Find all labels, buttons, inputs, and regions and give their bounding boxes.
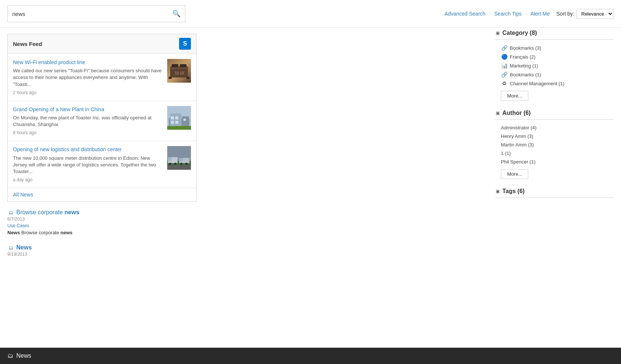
building-svg — [167, 106, 191, 130]
result-item-title[interactable]: 🗂 Browse corporate news — [7, 209, 196, 216]
svg-rect-2 — [180, 64, 186, 67]
filter-item-label: Channel Management (1) — [510, 81, 564, 86]
news-item-title[interactable]: New Wi-Fi enabled product line — [13, 59, 163, 66]
svg-rect-15 — [184, 119, 186, 121]
sort-label: Sort by: — [556, 11, 574, 17]
thumb-toaster-img: 10:10 — [167, 59, 191, 83]
svg-rect-13 — [171, 121, 174, 124]
svg-point-22 — [169, 163, 171, 165]
result-date: 6/7/2013 — [7, 216, 196, 222]
top-right-nav: Advanced Search · Search Tips · Alert Me… — [445, 9, 614, 19]
svg-rect-11 — [171, 116, 174, 119]
news-item-title[interactable]: Grand Opening of a New Plant in China — [13, 106, 163, 113]
filter-item-channel[interactable]: ♻ Channel Management (1) — [495, 79, 614, 88]
result-icon: 🗂 — [7, 244, 14, 251]
svg-rect-25 — [179, 158, 183, 161]
trucks-svg — [167, 146, 191, 170]
author-filter-section: ▣ Author (6) Administrator (4) Henry Amm… — [495, 110, 614, 179]
news-item-desc: The new 10,000 square meter distribution… — [13, 155, 163, 175]
tags-filter-title: Tags (6) — [502, 188, 525, 195]
news-item-text: Opening of new logistics and distributio… — [13, 146, 163, 182]
top-bar: 🔍 Advanced Search · Search Tips · Alert … — [0, 0, 621, 28]
search-button[interactable]: 🔍 — [168, 10, 185, 18]
recycle-icon: ♻ — [501, 80, 508, 86]
category-more-button[interactable]: More... — [501, 91, 528, 101]
filter-item-label: Bookmarks (3) — [510, 45, 541, 51]
result-item: 🗂 News 9/19/2013 — [7, 244, 196, 257]
news-item: Opening of new logistics and distributio… — [8, 141, 196, 188]
author-filter-title: Author (6) — [502, 110, 531, 116]
category-filter-title: Category (8) — [502, 30, 537, 36]
globe-icon: 🔵 — [501, 54, 508, 60]
author-item-phil[interactable]: Phil Spencer (1) — [495, 158, 614, 166]
news-item-desc: On Monday, the new plant of Toaster Inc.… — [13, 115, 163, 128]
tags-filter-header: ▣ Tags (6) — [495, 188, 614, 198]
search-box: 🔍 — [7, 5, 185, 22]
filter-item-label: Français (2) — [510, 54, 535, 60]
svg-rect-12 — [175, 116, 178, 119]
filter-item-francais[interactable]: 🔵 Français (2) — [495, 52, 614, 61]
link-icon: 🔗 — [501, 72, 508, 77]
alert-me-link[interactable]: Alert Me — [531, 11, 550, 17]
search-tips-link[interactable]: Search Tips — [494, 11, 522, 17]
collapse-icon[interactable]: ▣ — [495, 189, 500, 194]
news-item-time: a day ago — [13, 177, 163, 182]
author-item-1[interactable]: 1 (1) — [495, 149, 614, 158]
svg-rect-19 — [167, 165, 191, 170]
result-title-text: Browse corporate news — [16, 209, 79, 216]
svg-point-23 — [174, 163, 176, 165]
main-layout: News Feed S New Wi-Fi enabled product li… — [0, 28, 621, 271]
news-feed-card: News Feed S New Wi-Fi enabled product li… — [7, 34, 196, 202]
sep1: · — [488, 11, 492, 17]
result-snippet: News Browse corporate news — [7, 229, 196, 236]
result-title-text: News — [16, 244, 32, 251]
news-thumb-building — [167, 106, 191, 130]
category-filter-header: ▣ Category (8) — [495, 30, 614, 40]
result-item-title[interactable]: 🗂 News — [7, 244, 196, 251]
author-filter-header: ▣ Author (6) — [495, 110, 614, 120]
svg-rect-3 — [169, 77, 172, 79]
advanced-search-link[interactable]: Advanced Search — [445, 11, 486, 17]
feed-icon: S — [179, 38, 191, 50]
filter-item-bookmarks1[interactable]: 🔗 Bookmarks (1) — [495, 70, 614, 79]
news-item-title[interactable]: Opening of new logistics and distributio… — [13, 146, 163, 153]
result-icon: 🗂 — [7, 209, 14, 216]
news-feed-title: News Feed — [13, 41, 42, 47]
news-item: New Wi-Fi enabled product line We called… — [8, 54, 196, 101]
collapse-icon[interactable]: ▣ — [495, 30, 500, 36]
news-item-time: 8 hours ago — [13, 130, 163, 135]
sort-select[interactable]: Relevance Date Title — [577, 9, 614, 19]
svg-rect-1 — [172, 64, 178, 67]
thumb-trucks-img — [167, 146, 191, 170]
all-news-link[interactable]: All News — [8, 188, 196, 201]
filter-item-marketing[interactable]: 📊 Marketing (1) — [495, 61, 614, 70]
author-item-martin[interactable]: Martin Amm (3) — [495, 140, 614, 149]
svg-rect-21 — [168, 157, 172, 161]
chart-icon: 📊 — [501, 63, 508, 69]
news-item: Grand Opening of a New Plant in China On… — [8, 101, 196, 141]
author-item-henry[interactable]: Henry Amm (3) — [495, 132, 614, 140]
thumb-building-img — [167, 106, 191, 130]
category-filter-section: ▣ Category (8) 🔗 Bookmarks (3) 🔵 Françai… — [495, 30, 614, 101]
sidebar-panel: ▣ Category (8) 🔗 Bookmarks (3) 🔵 Françai… — [495, 30, 614, 207]
news-item-text: Grand Opening of a New Plant in China On… — [13, 106, 163, 136]
news-item-desc: We called our new series "Toasti-Fi" bec… — [13, 67, 163, 88]
news-feed-header: News Feed S — [8, 34, 196, 54]
search-input[interactable] — [8, 8, 168, 20]
filter-item-bookmarks3[interactable]: 🔗 Bookmarks (3) — [495, 43, 614, 52]
news-item-text: New Wi-Fi enabled product line We called… — [13, 59, 163, 95]
svg-rect-5 — [171, 68, 187, 69]
author-more-button[interactable]: More... — [501, 169, 528, 179]
svg-point-27 — [185, 163, 188, 165]
result-date: 9/19/2013 — [7, 252, 196, 257]
svg-rect-4 — [186, 77, 189, 79]
news-thumb-toaster: 10:10 — [167, 59, 191, 83]
news-item-time: 2 hours ago — [13, 90, 163, 95]
svg-rect-16 — [167, 126, 191, 130]
author-item-admin[interactable]: Administrator (4) — [495, 123, 614, 132]
filter-item-label: Marketing (1) — [510, 63, 538, 69]
result-tag-link[interactable]: Use Cases — [7, 223, 29, 228]
result-tag-line: Use Cases — [7, 222, 196, 228]
tags-filter-section: ▣ Tags (6) — [495, 188, 614, 198]
collapse-icon[interactable]: ▣ — [495, 110, 500, 116]
